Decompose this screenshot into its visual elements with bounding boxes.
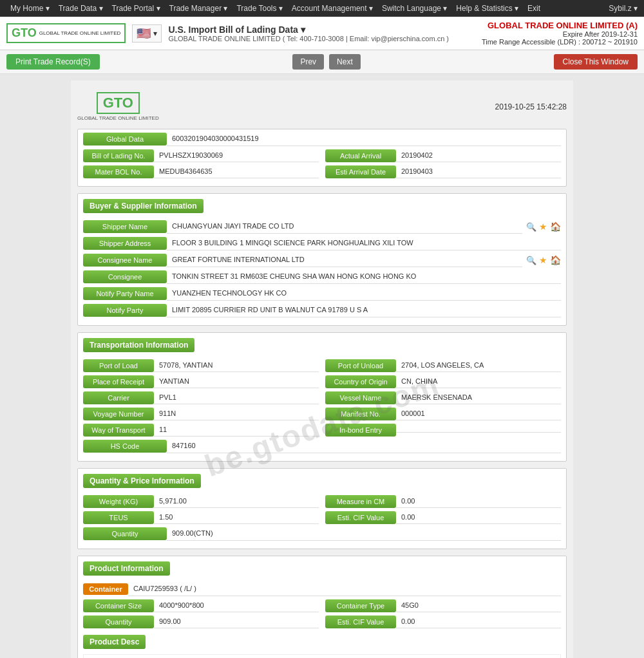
transportation-inner: Transportation Information Port of Load …: [78, 333, 566, 461]
carrier-vessel-row: Carrier PVL1 Vessel Name MAERSK ENSENADA: [83, 391, 561, 404]
container-size-value: 4000*900*800: [154, 599, 319, 612]
weight-field: Weight (KG) 5,971.00: [83, 494, 319, 508]
port-load-value: 57078, YANTIAN: [154, 359, 319, 372]
measure-label: Measure in CM: [325, 495, 396, 508]
user-label[interactable]: Sybil.z ▾: [609, 4, 638, 13]
port-unload-label: Port of Unload: [325, 359, 396, 372]
vessel-name-value: MAERSK ENSENADA: [396, 391, 561, 404]
shipper-star-icon[interactable]: ★: [539, 221, 547, 232]
nav-exit[interactable]: Exit: [524, 3, 544, 14]
print-button-top[interactable]: Print Trade Record(S): [6, 54, 100, 70]
consignee-name-label: Consignee Name: [83, 254, 167, 267]
bol-value: PVLHSZX19030069: [154, 149, 319, 162]
page-title: U.S. Import Bill of Lading Data ▾: [168, 24, 449, 35]
bol-field: Bill of Lading No. PVLHSZX19030069: [83, 149, 319, 162]
consignee-value: TONKIN STREET 31 RM603E CHEUNG SHA WAN H…: [167, 270, 561, 284]
transport-field: Way of Transport 11: [83, 423, 319, 437]
container-row: Container CAIU7259593 ( /L/ ): [83, 582, 561, 596]
container-size-label: Container Size: [83, 599, 154, 612]
actual-arrival-field: Actual Arrival 20190402: [325, 149, 561, 162]
country-origin-value: CN, CHINA: [396, 375, 561, 388]
consignee-home-icon[interactable]: 🏠: [550, 255, 561, 265]
notify-party-row: Notify Party LIMIT 20895 CURRIER RD UNIT…: [83, 303, 561, 317]
nav-trade-manager[interactable]: Trade Manager ▾: [166, 3, 232, 14]
transport-bond-row: Way of Transport 11 In-bond Entry: [83, 423, 561, 437]
header-left: GTO GLOBAL TRADE ONLINE LIMITED 🇺🇸 ▾ U.S…: [6, 23, 449, 43]
container-size-field: Container Size 4000*900*800: [83, 599, 319, 612]
bond-label: In-bond Entry: [325, 424, 396, 437]
teus-cif-row: TEUS 1.50 Esti. CIF Value 0.00: [83, 511, 561, 524]
doc-logo-img: GTO: [97, 92, 140, 114]
buyer-supplier-inner: Buyer & Supplier Information Shipper Nam…: [78, 194, 566, 325]
container-type-label: Container Type: [325, 599, 396, 612]
esti-arrival-value: 20190403: [396, 165, 561, 178]
shipper-name-row: Shipper Name CHUANGYUAN JIAYI TRADE CO L…: [83, 220, 561, 234]
consignee-star-icon[interactable]: ★: [539, 255, 547, 265]
buyer-supplier-title: Buyer & Supplier Information: [83, 199, 204, 213]
teus-label: TEUS: [83, 511, 154, 524]
us-flag-icon: 🇺🇸: [137, 26, 151, 41]
nav-help-statistics[interactable]: Help & Statistics ▾: [452, 3, 522, 14]
nav-trade-tools[interactable]: Trade Tools ▾: [232, 3, 286, 14]
prev-button-top[interactable]: Prev: [292, 54, 324, 70]
vessel-name-label: Vessel Name: [325, 391, 396, 404]
notify-party-name-label: Notify Party Name: [83, 287, 167, 300]
quantity-value: 909.00(CTN): [167, 527, 561, 541]
container-label: Container: [83, 583, 128, 595]
notify-party-name-row: Notify Party Name YUANZHEN TECHNOLOGY HK…: [83, 287, 561, 301]
receipt-origin-row: Place of Receipt YANTIAN Country of Orig…: [83, 375, 561, 388]
nav-account-management[interactable]: Account Management ▾: [288, 3, 377, 14]
weight-label: Weight (KG): [83, 495, 154, 508]
logo-gto-text: GTO: [12, 26, 37, 40]
buyer-supplier-panel: Buyer & Supplier Information Shipper Nam…: [77, 193, 567, 326]
manifest-field: Manifest No. 000001: [325, 407, 561, 420]
global-data-value: 6003201904030000431519: [167, 132, 561, 146]
esti-arrival-label: Esti Arrival Date: [325, 165, 396, 178]
notify-party-label: Notify Party: [83, 304, 167, 317]
shipper-icons: 🔍 ★ 🏠: [526, 221, 561, 232]
port-row: Port of Load 57078, YANTIAN Port of Unlo…: [83, 359, 561, 372]
voyage-field: Voyage Number 911N: [83, 407, 319, 420]
consignee-name-row: Consignee Name GREAT FORTUNE INTERNATION…: [83, 253, 561, 267]
actual-arrival-label: Actual Arrival: [325, 149, 396, 162]
bond-value: [396, 427, 561, 433]
prod-qty-cif-row: Quantity 909.00 Esti. CIF Value 0.00: [83, 615, 561, 628]
place-receipt-value: YANTIAN: [154, 375, 319, 388]
prod-cif-field: Esti. CIF Value 0.00: [325, 615, 561, 628]
shipper-address-row: Shipper Address FLOOR 3 BUILDING 1 MINGQ…: [83, 236, 561, 250]
voyage-value: 911N: [154, 407, 319, 420]
header-contact: GLOBAL TRADE ONLINE LIMITED ( Tel: 400-7…: [168, 35, 449, 42]
flag-selector[interactable]: 🇺🇸 ▾: [132, 24, 162, 42]
close-button-top[interactable]: Close This Window: [554, 54, 638, 70]
transportation-title: Transportation Information: [83, 338, 194, 352]
nav-switch-language[interactable]: Switch Language ▾: [378, 3, 451, 14]
container-extra: ( /L/ ): [180, 585, 196, 592]
port-unload-value: 2704, LOS ANGELES, CA: [396, 359, 561, 372]
shipper-search-icon[interactable]: 🔍: [526, 222, 536, 232]
weight-measure-row: Weight (KG) 5,971.00 Measure in CM 0.00: [83, 494, 561, 508]
next-button-top[interactable]: Next: [329, 54, 361, 70]
nav-trade-portal[interactable]: Trade Portal ▾: [108, 3, 164, 14]
country-origin-label: Country of Origin: [325, 375, 396, 388]
document-content: be.gtodata.com GTO GLOBAL TRADE ONLINE L…: [77, 87, 567, 658]
nav-items: My Home ▾ Trade Data ▾ Trade Portal ▾ Tr…: [6, 3, 544, 14]
quantity-price-inner: Quantity & Price Information Weight (KG)…: [78, 469, 566, 549]
shipper-address-value: FLOOR 3 BUILDING 1 MINGQI SCIENCE PARK H…: [167, 236, 561, 250]
logo-sub-text: GLOBAL TRADE ONLINE LIMITED: [39, 30, 121, 37]
notify-party-value: LIMIT 20895 CURRIER RD UNIT B WALNUT CA …: [167, 303, 561, 317]
prod-cif-value: 0.00: [396, 615, 561, 628]
container-type-value: 45G0: [396, 599, 561, 612]
quantity-label: Quantity: [83, 527, 167, 540]
global-data-panel: Global Data 6003201904030000431519 Bill …: [77, 129, 567, 187]
mater-bol-row: Mater BOL No. MEDUB4364635 Esti Arrival …: [83, 165, 561, 178]
consignee-search-icon[interactable]: 🔍: [526, 256, 536, 265]
expire-info: Expire After 2019-12-31: [482, 30, 638, 38]
product-desc-value: DIGITAL VIDEO RECORDERBBQ GRILLSCREEN PR…: [83, 654, 561, 658]
global-data-row: Global Data 6003201904030000431519: [83, 132, 561, 146]
main-content: be.gtodata.com GTO GLOBAL TRADE ONLINE L…: [71, 80, 573, 658]
place-receipt-field: Place of Receipt YANTIAN: [83, 375, 319, 388]
port-load-label: Port of Load: [83, 359, 154, 372]
shipper-home-icon[interactable]: 🏠: [550, 221, 561, 232]
nav-my-home[interactable]: My Home ▾: [6, 3, 53, 14]
nav-trade-data[interactable]: Trade Data ▾: [55, 3, 107, 14]
